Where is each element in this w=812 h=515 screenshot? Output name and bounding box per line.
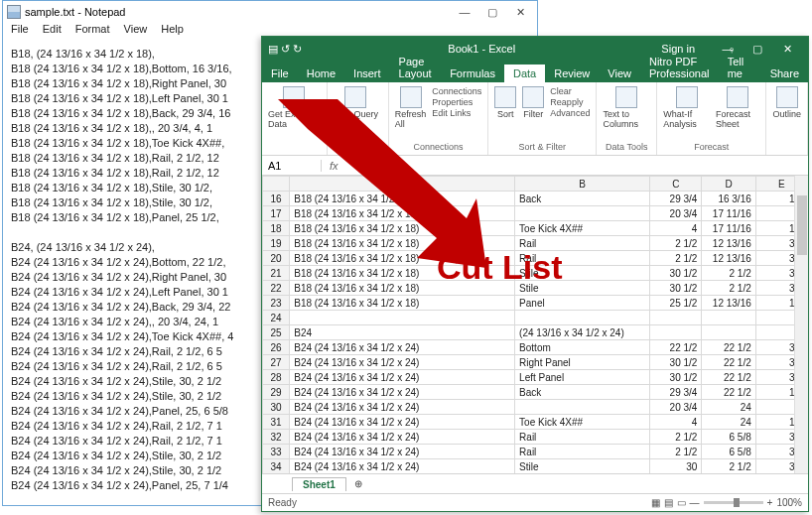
sheet-tab-sheet1[interactable]: Sheet1 xyxy=(292,477,346,491)
get-external-data-button[interactable]: Get External Data xyxy=(268,86,321,129)
view-break-icon[interactable]: ▭ xyxy=(677,497,686,508)
row-header[interactable]: 33 xyxy=(263,445,290,459)
cell[interactable]: B24 (24 13/16 x 34 1/2 x 24) xyxy=(290,400,515,415)
table-row[interactable]: 18B18 (24 13/16 x 34 1/2 x 18)Toe Kick 4… xyxy=(263,221,808,236)
cell[interactable]: 22 1/2 xyxy=(650,340,702,355)
cell[interactable]: 12 13/16 xyxy=(702,251,755,266)
cell[interactable]: Right Panel xyxy=(515,355,650,370)
row-header[interactable]: 27 xyxy=(263,355,290,370)
cell[interactable]: 24 xyxy=(702,400,755,415)
add-sheet-button[interactable]: ⊕ xyxy=(354,478,362,489)
row-header[interactable]: 30 xyxy=(263,400,290,415)
quick-access-icon[interactable]: ▤ ↺ ↻ xyxy=(268,43,302,56)
ribbon-tab-insert[interactable]: Insert xyxy=(344,64,390,82)
fx-icon[interactable]: fx xyxy=(322,160,346,172)
row-header[interactable]: 21 xyxy=(263,266,290,281)
filter-sub[interactable]: ClearReapplyAdvanced xyxy=(550,86,590,119)
cell[interactable]: 2 1/2 xyxy=(702,459,755,474)
cell[interactable]: 30 1/2 xyxy=(650,281,702,296)
row-header[interactable]: 25 xyxy=(263,325,290,340)
view-layout-icon[interactable]: ▤ xyxy=(664,497,673,508)
cell[interactable]: Toe Kick 4X## xyxy=(515,221,650,236)
cell[interactable]: B18 (24 13/16 x 34 1/2 x 18) xyxy=(290,192,515,206)
cell[interactable]: Stile xyxy=(515,459,650,474)
cell[interactable]: 2 1/2 xyxy=(702,281,755,296)
cell[interactable]: 16 3/16 xyxy=(702,192,755,206)
ribbon-tab-data[interactable]: Data xyxy=(504,64,545,82)
ribbon-tab-home[interactable]: Home xyxy=(298,64,344,82)
minimize-button[interactable]: — xyxy=(452,3,477,21)
forecast-sheet-button[interactable]: Forecast Sheet xyxy=(716,86,759,129)
cell[interactable]: 22 1/2 xyxy=(702,370,755,385)
cell[interactable]: 2 1/2 xyxy=(650,430,702,445)
cell[interactable]: 12 13/16 xyxy=(702,236,755,251)
cell[interactable]: Rail xyxy=(515,251,650,266)
cell[interactable] xyxy=(702,311,755,325)
table-row[interactable]: 19B18 (24 13/16 x 34 1/2 x 18)Rail2 1/21… xyxy=(263,236,808,251)
row-header[interactable]: 23 xyxy=(263,296,290,311)
cell[interactable]: B18 (24 13/16 x 34 1/2 x 18) xyxy=(290,251,515,266)
cell[interactable]: 2 1/2 xyxy=(650,251,702,266)
cell[interactable]: 17 11/16 xyxy=(702,206,755,221)
row-header[interactable]: 22 xyxy=(263,281,290,296)
cell[interactable]: 30 1/2 xyxy=(650,266,702,281)
cell[interactable]: B24 (24 13/16 x 34 1/2 x 24) xyxy=(290,340,515,355)
cell[interactable]: 24 xyxy=(702,415,755,430)
ribbon-tab-view[interactable]: View xyxy=(599,64,640,82)
cell[interactable]: Back xyxy=(515,192,650,206)
table-row[interactable]: 21B18 (24 13/16 x 34 1/2 x 18)Stile30 1/… xyxy=(263,266,808,281)
ribbon-tab-page-layout[interactable]: Page Layout xyxy=(390,53,442,82)
row-header[interactable]: 26 xyxy=(263,340,290,355)
cell[interactable]: 6 5/8 xyxy=(702,445,755,459)
cell[interactable] xyxy=(515,311,650,325)
cell[interactable]: Toe Kick 4X## xyxy=(515,415,650,430)
cell[interactable]: 20 3/4 xyxy=(650,400,702,415)
cell[interactable]: 2 1/2 xyxy=(650,236,702,251)
text-to-columns-button[interactable]: Text to Columns xyxy=(603,86,650,129)
filter-button[interactable]: Filter xyxy=(522,86,544,119)
connections-sub[interactable]: ConnectionsPropertiesEdit Links xyxy=(432,86,481,119)
row-header[interactable]: 28 xyxy=(263,370,290,385)
cell[interactable]: 17 11/16 xyxy=(702,221,755,236)
name-box[interactable]: A1 xyxy=(262,160,322,172)
cell[interactable]: B24 (24 13/16 x 34 1/2 x 24) xyxy=(290,415,515,430)
row-header[interactable]: 32 xyxy=(263,430,290,445)
table-row[interactable]: 17B18 (24 13/16 x 34 1/2 x 18)20 3/417 1… xyxy=(263,206,808,221)
cell[interactable]: 22 1/2 xyxy=(702,385,755,400)
view-normal-icon[interactable]: ▦ xyxy=(651,497,660,508)
cell[interactable]: B24 xyxy=(290,325,515,340)
share-link[interactable]: Share xyxy=(761,64,808,82)
cell[interactable]: B24 (24 13/16 x 34 1/2 x 24) xyxy=(290,370,515,385)
cell[interactable]: 22 1/2 xyxy=(702,355,755,370)
table-row[interactable]: 20B18 (24 13/16 x 34 1/2 x 18)Rail2 1/21… xyxy=(263,251,808,266)
what-if-button[interactable]: What-If Analysis xyxy=(663,86,710,129)
cell[interactable]: 22 1/2 xyxy=(702,340,755,355)
table-row[interactable]: 22B18 (24 13/16 x 34 1/2 x 18)Stile30 1/… xyxy=(263,281,808,296)
menu-file[interactable]: File xyxy=(11,23,29,41)
cell[interactable]: Rail xyxy=(515,236,650,251)
cell[interactable]: B24 (24 13/16 x 34 1/2 x 24) xyxy=(290,430,515,445)
cell[interactable] xyxy=(702,325,755,340)
cell[interactable]: 25 1/2 xyxy=(650,296,702,311)
menu-view[interactable]: View xyxy=(124,23,148,41)
cell[interactable]: 4 xyxy=(650,415,702,430)
table-row[interactable]: 33B24 (24 13/16 x 34 1/2 x 24)Rail2 1/26… xyxy=(263,445,808,459)
cell[interactable]: B18 (24 13/16 x 34 1/2 x 18) xyxy=(290,221,515,236)
table-row[interactable]: 26B24 (24 13/16 x 34 1/2 x 24)Bottom22 1… xyxy=(263,340,808,355)
outline-button[interactable]: Outline xyxy=(772,86,801,119)
menu-edit[interactable]: Edit xyxy=(43,23,62,41)
cell[interactable]: 2 1/2 xyxy=(650,445,702,459)
cell[interactable]: Stile xyxy=(515,266,650,281)
zoom-level[interactable]: 100% xyxy=(776,497,802,508)
notepad-titlebar[interactable]: sample.txt - Notepad — ▢ ✕ xyxy=(3,1,537,23)
cell[interactable]: 20 3/4 xyxy=(650,206,702,221)
cell[interactable]: (24 13/16 x 34 1/2 x 24) xyxy=(515,325,650,340)
cell[interactable] xyxy=(650,325,702,340)
cell[interactable]: B24 (24 13/16 x 34 1/2 x 24) xyxy=(290,459,515,474)
tell-link[interactable]: ♀ Tell me xyxy=(719,41,761,82)
cell[interactable]: 6 5/8 xyxy=(702,430,755,445)
cell[interactable]: 2 1/2 xyxy=(702,266,755,281)
cell[interactable]: B18 (24 13/16 x 34 1/2 x 18) xyxy=(290,296,515,311)
cell[interactable] xyxy=(650,311,702,325)
cell[interactable]: 30 1/2 xyxy=(650,355,702,370)
